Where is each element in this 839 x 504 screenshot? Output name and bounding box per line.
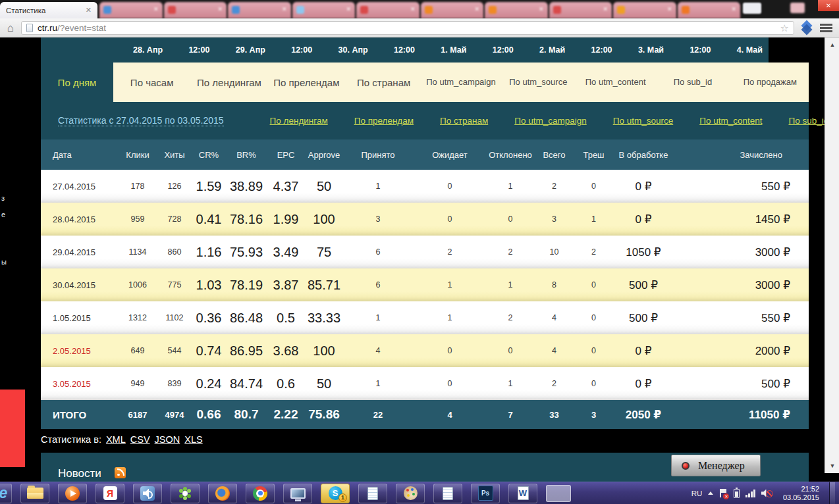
taskbar-word-button[interactable]: W: [508, 484, 537, 503]
taskbar-device-manager-button[interactable]: [283, 484, 312, 503]
volume-muted-icon[interactable]: [761, 489, 773, 498]
browser-background-tab[interactable]: ✕: [356, 2, 420, 18]
action-center-flag-icon[interactable]: ✕: [719, 489, 728, 498]
browser-background-tab[interactable]: ✕: [164, 2, 227, 18]
stats-link[interactable]: По utm_content: [699, 116, 762, 126]
browser-background-tab[interactable]: ✕: [678, 2, 741, 18]
taskbar-skype-button[interactable]: S1: [321, 484, 350, 503]
taskbar-volume-mixer-button[interactable]: [133, 484, 162, 503]
browser-tab-title: Статистика: [6, 7, 86, 14]
stats-link[interactable]: По utm_campaign: [514, 116, 587, 126]
taskbar-internet-explorer-button[interactable]: e: [0, 484, 12, 503]
taskbar-photoshop-button[interactable]: Ps: [471, 484, 500, 503]
browser-menu-icon[interactable]: [820, 23, 832, 32]
extension-icon[interactable]: [800, 21, 814, 35]
browser-background-tab[interactable]: ✕: [292, 2, 356, 18]
value-cell: 3000 ₽: [673, 236, 809, 268]
scroll-up-icon[interactable]: ▲: [825, 39, 839, 51]
stats-link[interactable]: По utm_source: [613, 116, 674, 126]
view-tab[interactable]: По продажам: [732, 63, 809, 102]
stats-link[interactable]: По лендингам: [270, 116, 328, 126]
tab-close-icon[interactable]: ✕: [282, 6, 287, 13]
export-format-link[interactable]: XLS: [184, 434, 202, 445]
tab-close-icon[interactable]: ✕: [731, 6, 736, 13]
network-signal-icon[interactable]: [745, 490, 755, 497]
view-tab[interactable]: По часам: [113, 63, 190, 102]
tab-favicon: [489, 6, 497, 14]
manager-button-label: Менеджер: [698, 460, 745, 472]
totals-cell: 3: [574, 400, 614, 429]
view-tab[interactable]: По utm_campaign: [422, 63, 499, 102]
taskbar-chrome-button[interactable]: [246, 484, 275, 503]
browser-background-tab[interactable]: ✕: [613, 2, 676, 18]
browser-tab-active[interactable]: Статистика ✕: [0, 2, 97, 18]
export-format-link[interactable]: JSON: [155, 434, 180, 445]
browser-background-tab[interactable]: ✕: [421, 2, 484, 18]
browser-background-tab[interactable]: ✕: [549, 2, 612, 18]
taskbar-media-player-button[interactable]: [58, 484, 87, 503]
view-tab[interactable]: По utm_content: [577, 63, 654, 102]
show-desktop-button[interactable]: [829, 482, 835, 504]
timeline-label: 3. Май: [638, 45, 664, 55]
scroll-down-icon[interactable]: ▼: [825, 460, 839, 472]
tab-close-icon[interactable]: ✕: [539, 6, 544, 13]
tab-close-icon[interactable]: ✕: [603, 6, 608, 13]
value-cell: 0.74: [191, 334, 227, 367]
bookmark-star-icon[interactable]: ☆: [780, 23, 789, 33]
clock[interactable]: 21:52 03.05.2015: [783, 485, 819, 502]
manager-button[interactable]: Менеджер: [671, 455, 761, 476]
tab-close-icon[interactable]: ✕: [410, 6, 416, 13]
taskbar-firefox-button[interactable]: [208, 484, 237, 503]
taskbar-notepad-button[interactable]: [358, 484, 387, 503]
value-cell: 2000 ₽: [673, 334, 809, 367]
tab-close-icon[interactable]: ✕: [346, 6, 351, 13]
taskbar-yandex-browser-button[interactable]: Я: [95, 484, 124, 503]
taskbar-windows-explorer-button[interactable]: [20, 484, 49, 503]
tab-close-icon[interactable]: ✕: [667, 6, 672, 13]
url-input[interactable]: ctr.ru /?event=stat ☆: [21, 21, 794, 35]
view-tab[interactable]: По прелендам: [268, 63, 345, 102]
tray-expand-icon[interactable]: [708, 491, 713, 495]
rss-icon[interactable]: [115, 467, 126, 478]
view-tab[interactable]: По лендингам: [190, 63, 267, 102]
stats-link[interactable]: По sub_id: [788, 116, 828, 126]
taskbar-window-button[interactable]: [546, 485, 571, 502]
language-indicator[interactable]: RU: [691, 490, 703, 497]
totals-cell: 2050 ₽: [614, 400, 673, 429]
page-scrollbar[interactable]: ▲ ▼: [825, 38, 839, 473]
value-cell: 0: [574, 268, 614, 301]
view-tab[interactable]: По странам: [345, 63, 422, 102]
stats-link[interactable]: По странам: [440, 116, 488, 126]
timeline-label: 2. Май: [539, 45, 565, 55]
taskbar-paint-button[interactable]: [396, 484, 425, 503]
tab-close-icon[interactable]: ✕: [153, 6, 159, 13]
column-header: Дата: [41, 139, 117, 170]
printer-icon[interactable]: [743, 3, 761, 14]
taskbar-notepad-2-button[interactable]: [433, 484, 462, 503]
browser-background-tab[interactable]: ✕: [228, 2, 291, 18]
stats-link[interactable]: По прелендам: [354, 116, 414, 126]
timeline-label: 12:00: [291, 45, 312, 55]
taskbar-icq-button[interactable]: [171, 484, 200, 503]
url-path: /?event=stat: [57, 23, 780, 33]
battery-icon[interactable]: [734, 489, 740, 498]
tab-close-icon[interactable]: ✕: [86, 7, 92, 14]
background-tab-stub[interactable]: [790, 3, 805, 13]
view-tab[interactable]: По sub_id: [654, 63, 731, 102]
export-format-link[interactable]: XML: [106, 434, 126, 445]
tab-close-icon[interactable]: ✕: [217, 6, 223, 13]
view-tab[interactable]: По utm_source: [500, 63, 577, 102]
browser-background-tab[interactable]: ✕: [485, 2, 548, 18]
column-header: Зачислено: [673, 139, 809, 170]
windows-taskbar: eЯS1PsW RU ✕ 21:52 03.05.2015: [0, 482, 839, 504]
value-cell: 500 ₽: [614, 301, 673, 334]
window-close-button[interactable]: ✕: [818, 0, 839, 11]
export-format-link[interactable]: CSV: [130, 434, 150, 445]
tab-close-icon[interactable]: ✕: [474, 6, 479, 13]
view-tab-active[interactable]: По дням: [41, 63, 113, 102]
date-range-link[interactable]: Статистика с 27.04.2015 по 03.05.2015: [58, 115, 224, 126]
value-cell: 2: [574, 236, 614, 268]
home-icon[interactable]: ⌂: [0, 22, 21, 34]
value-cell: 0: [574, 334, 614, 367]
browser-background-tab[interactable]: ✕: [99, 2, 163, 18]
